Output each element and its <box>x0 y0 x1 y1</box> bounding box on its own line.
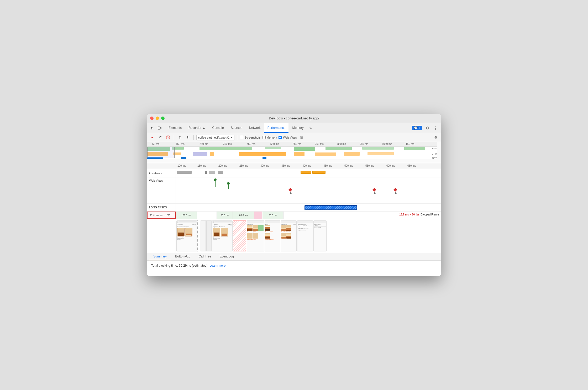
tab-performance[interactable]: Performance <box>264 123 289 133</box>
web-vitals-checkbox[interactable]: Web Vitals <box>279 136 297 139</box>
devtools-window: DevTools - coffee-cart.netlify.app/ <box>147 114 441 276</box>
reload-button[interactable]: ↺ <box>157 134 163 141</box>
screenshots-input[interactable] <box>240 136 243 139</box>
wv-ls-1: LS <box>289 188 292 194</box>
net-row: NET <box>147 157 437 159</box>
analysis-tabs: Summary Bottom-Up Call Tree Event Log <box>147 253 441 261</box>
wv-ls-2: LS <box>373 188 376 194</box>
fps-block-6 <box>326 147 352 150</box>
overview-time-ruler: 50 ms 150 ms 250 ms 350 ms 450 ms 550 ms… <box>147 142 437 147</box>
tab-call-tree[interactable]: Call Tree <box>195 253 216 260</box>
long-task-1 <box>304 205 357 210</box>
cpu-block-7 <box>315 152 336 156</box>
fps-block-4 <box>265 147 281 149</box>
performance-toolbar: ● ↺ 🚫 ⬆ ⬇ coffee-cart.netlify.app #1 Scr… <box>147 133 441 142</box>
time-550: 550 ms <box>365 164 374 167</box>
dropdown-icon <box>230 137 233 138</box>
download-button[interactable]: ⬇ <box>185 134 191 141</box>
tab-event-log[interactable]: Event Log <box>216 253 238 260</box>
screenshot-dropped <box>233 220 246 251</box>
ls-diamond-2 <box>372 188 376 192</box>
tab-elements[interactable]: Elements <box>165 123 185 133</box>
fps-block-5 <box>294 147 315 151</box>
ls-diamond-3 <box>393 188 397 192</box>
toolbar-divider-2 <box>193 135 194 140</box>
time-400: 400 ms <box>302 164 311 167</box>
close-button[interactable] <box>150 117 154 120</box>
settings-icon[interactable]: ⚙ <box>424 125 430 131</box>
svg-rect-1 <box>160 127 161 129</box>
net-block-3 <box>262 157 266 159</box>
frames-track-content[interactable]: 150.0 ms 33.3 ms 83.3 ms 33.3 ms <box>176 212 441 219</box>
cpu-block-3 <box>193 152 207 156</box>
time-mark-350: 350 ms <box>223 143 232 145</box>
net-block-2 <box>181 157 186 159</box>
chat-badge[interactable]: 💬 1 <box>412 126 422 130</box>
time-ruler: 100 ms 150 ms 200 ms 250 ms 300 ms 350 m… <box>147 163 441 169</box>
long-tasks-label: LONG TASKS <box>147 204 176 211</box>
frame-seg-2 <box>197 212 217 219</box>
tab-bottom-up[interactable]: Bottom-Up <box>171 253 194 260</box>
network-track-content[interactable] <box>176 169 441 177</box>
main-timeline: 100 ms 150 ms 200 ms 250 ms 300 ms 350 m… <box>147 163 441 276</box>
time-350: 350 ms <box>281 164 290 167</box>
time-mark-250: 250 ms <box>200 143 208 145</box>
dropped-frame-info: 16.7 ms ~ 60 fps Dropped Frame <box>399 213 439 216</box>
network-track-label[interactable]: Network <box>147 169 176 177</box>
tab-network[interactable]: Network <box>246 123 264 133</box>
devtools-body: Elements Recorder ▲ Console Sources Netw… <box>147 123 441 276</box>
more-tabs-button[interactable]: » <box>307 126 314 130</box>
cpu-block-8 <box>344 152 360 156</box>
screenshots-track-row: Espresso cart (0) Espresso Macchiato <box>147 219 441 253</box>
tab-bar-actions: 💬 1 ⚙ ⋮ <box>412 125 439 131</box>
fps-row: FPS <box>147 147 437 151</box>
frames-expand-icon <box>150 214 152 216</box>
web-vitals-input[interactable] <box>279 136 282 139</box>
profile-selector[interactable]: coffee-cart.netlify.app #1 <box>196 135 234 140</box>
learn-more-link[interactable]: Learn more <box>209 264 225 267</box>
tab-summary[interactable]: Summary <box>149 253 171 260</box>
memory-input[interactable] <box>262 136 266 139</box>
tab-sources[interactable]: Sources <box>228 123 245 133</box>
ls-label-2: LS <box>373 192 376 194</box>
screenshots-content[interactable]: Espresso cart (0) Espresso Macchiato <box>176 219 441 253</box>
ls-label-1: LS <box>289 192 292 194</box>
frames-label[interactable]: Frames 3 ms <box>147 212 176 219</box>
screenshots-checkbox[interactable]: Screenshots <box>240 136 260 139</box>
overview-chart[interactable]: 50 ms 150 ms 250 ms 350 ms 450 ms 550 ms… <box>147 142 441 163</box>
tab-console[interactable]: Console <box>209 123 227 133</box>
clear-button[interactable]: 🚫 <box>165 134 171 141</box>
pointer-icon[interactable] <box>149 125 155 131</box>
time-600: 600 ms <box>386 164 395 167</box>
tab-memory[interactable]: Memory <box>289 123 307 133</box>
net-req-2 <box>205 171 207 174</box>
trash-button[interactable]: 🗑 <box>298 134 305 141</box>
upload-button[interactable]: ⬆ <box>177 134 183 141</box>
cpu-row: CPU <box>147 151 437 157</box>
network-track-row: Network <box>147 169 441 177</box>
cpu-label: CPU <box>432 152 437 155</box>
device-icon[interactable] <box>156 125 163 131</box>
frame-seg-5 <box>254 212 262 219</box>
frames-track-row: Frames 3 ms 150.0 ms 33.3 ms 83.3 ms <box>147 212 441 219</box>
screenshot-8: Americano $7.00 x 1 Cappuccino $19.00 x … <box>297 220 313 251</box>
net-req-5 <box>301 171 311 174</box>
maximize-button[interactable] <box>161 117 165 120</box>
cpu-block-4 <box>210 152 214 156</box>
minimize-button[interactable] <box>156 117 159 120</box>
long-tasks-content[interactable] <box>176 204 441 212</box>
expand-network-icon <box>149 172 150 174</box>
fps-label: FPS <box>432 147 437 150</box>
more-options-icon[interactable]: ⋮ <box>432 125 439 131</box>
screenshot-2 <box>201 220 206 251</box>
long-tasks-track-row: LONG TASKS <box>147 204 441 212</box>
cpu-block-6 <box>294 152 304 156</box>
web-vitals-content[interactable]: LS LS LS <box>176 177 441 203</box>
frame-seg-3: 33.3 ms <box>217 212 233 219</box>
settings-button[interactable]: ⚙ <box>433 134 439 141</box>
time-mark-150: 150 ms <box>176 143 185 145</box>
tab-recorder[interactable]: Recorder ▲ <box>185 123 209 133</box>
record-button[interactable]: ● <box>149 134 155 141</box>
memory-checkbox[interactable]: Memory <box>262 136 277 139</box>
screenshot-1: Espresso cart (0) Espresso Macchiato <box>176 220 197 251</box>
